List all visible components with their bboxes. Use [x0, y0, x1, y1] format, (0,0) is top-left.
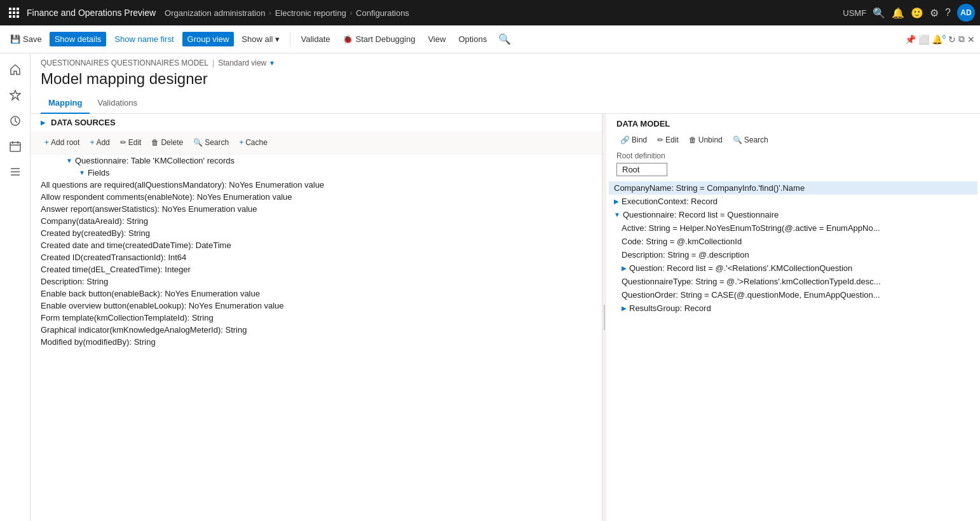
options-button[interactable]: Options	[453, 32, 492, 46]
edit-button[interactable]: ✏ Edit	[116, 136, 146, 149]
dm-tree-item-questionnaire[interactable]: ▼ Questionnaire: Record list = Questionn…	[609, 208, 977, 221]
dm-tree-item-question[interactable]: ▶ Question: Record list = @.'<Relations'…	[609, 261, 977, 275]
sidebar-icon-list[interactable]	[4, 160, 27, 183]
ds-expand-chevron[interactable]: ▶	[41, 119, 46, 126]
dm-tree-item-code[interactable]: Code: String = @.kmCollectionId	[609, 235, 977, 248]
dm-tree-item-active[interactable]: Active: String = Helper.NoYesEnumToStrin…	[609, 221, 977, 235]
user-avatar[interactable]: AD	[957, 4, 975, 22]
content-area: QUESTIONNAIRES QUESTIONNAIRES MODEL | St…	[31, 53, 980, 521]
expand-icon[interactable]: ⬜	[918, 34, 929, 45]
unbind-icon: 🗑	[689, 135, 697, 144]
smiley-icon[interactable]: 🙂	[911, 7, 923, 19]
breadcrumb-configurations[interactable]: Configurations	[356, 8, 409, 18]
page-breadcrumb: QUESTIONNAIRES QUESTIONNAIRES MODEL | St…	[31, 53, 980, 67]
top-nav-right: USMF 🔍 🔔 🙂 ⚙ ? AD	[843, 4, 975, 22]
tree-item-field-8[interactable]: Description: String	[41, 275, 592, 288]
tree-item-field-7[interactable]: Created time(dEL_CreatedTime): Integer	[41, 263, 592, 275]
tab-validations[interactable]: Validations	[90, 93, 145, 114]
dm-tree-item-questionorder[interactable]: QuestionOrder: String = CASE(@.questionM…	[609, 288, 977, 302]
tree-item-field-10[interactable]: Enable overview button(enableLookup): No…	[41, 300, 592, 312]
search-nav-icon[interactable]: 🔍	[873, 7, 885, 19]
add-icon: +	[90, 138, 94, 147]
sidebar-icon-star[interactable]	[4, 84, 27, 107]
left-pane: ▶ DATA SOURCES + Add root + Add ✏ E	[31, 114, 602, 521]
settings-icon[interactable]: ⚙	[930, 7, 939, 19]
svg-rect-11	[10, 142, 20, 151]
dm-edit-icon: ✏	[657, 135, 664, 144]
dm-toolbar: 🔗 Bind ✏ Edit 🗑 Unbind 🔍	[616, 134, 970, 151]
tree-item-field-13[interactable]: Modified by(modifiedBy): String	[41, 336, 592, 348]
pin-icon[interactable]: 📌	[905, 34, 916, 45]
tree-item-field-3[interactable]: Company(dataAreaId): String	[41, 215, 592, 227]
open-new-icon[interactable]: ⧉	[958, 34, 965, 45]
start-debugging-button[interactable]: 🐞 Start Debugging	[337, 32, 420, 46]
data-sources-header: ▶ DATA SOURCES	[31, 114, 602, 131]
question-chevron: ▶	[622, 265, 627, 272]
unbind-button[interactable]: 🗑 Unbind	[685, 134, 726, 146]
toolbar-search-icon[interactable]: 🔍	[494, 31, 515, 48]
dm-tree: CompanyName: String = CompanyInfo.'find(…	[606, 181, 980, 521]
validate-button[interactable]: Validate	[296, 32, 335, 46]
questionnaire-dm-chevron: ▼	[614, 211, 620, 218]
add-root-button[interactable]: + Add root	[41, 136, 83, 149]
dm-tree-item-description[interactable]: Description: String = @.description	[609, 248, 977, 261]
breadcrumb-chevron-icon[interactable]: ▾	[270, 59, 274, 67]
tree-item-field-4[interactable]: Created by(createdBy): String	[41, 227, 592, 239]
tab-mapping[interactable]: Mapping	[41, 93, 90, 114]
sidebar-icon-recent[interactable]	[4, 109, 27, 132]
tree-item-fields[interactable]: ▼ Fields	[41, 167, 592, 179]
breadcrumb-part2[interactable]: Standard view	[218, 59, 266, 67]
add-button[interactable]: + Add	[86, 136, 113, 149]
dm-tree-item-executioncontext[interactable]: ▶ ExecutionContext: Record	[609, 195, 977, 208]
add-root-icon: +	[44, 138, 49, 147]
toolbar-divider-1	[290, 32, 290, 47]
sidebar-icon-home[interactable]	[4, 59, 27, 81]
tree-item-field-11[interactable]: Form template(kmCollectionTemplateId): S…	[41, 312, 592, 324]
root-def-label: Root definition	[616, 151, 970, 160]
cache-button[interactable]: + Cache	[235, 136, 271, 149]
main-layout: QUESTIONNAIRES QUESTIONNAIRES MODEL | St…	[0, 53, 980, 521]
tree-item-field-2[interactable]: Answer report(answerStatistics): NoYes E…	[41, 203, 592, 215]
tree-item-field-0[interactable]: All questions are required(allQuestionsM…	[41, 179, 592, 191]
group-view-button[interactable]: Group view	[182, 32, 235, 46]
tree-item-field-9[interactable]: Enable back button(enableBack): NoYes En…	[41, 288, 592, 300]
questionnaire-chevron: ▼	[66, 157, 72, 164]
save-button[interactable]: 💾 Save	[5, 32, 47, 46]
breadcrumb-part1[interactable]: QUESTIONNAIRES QUESTIONNAIRES MODEL	[41, 59, 208, 67]
edit-icon: ✏	[120, 138, 126, 147]
close-icon[interactable]: ✕	[967, 34, 975, 45]
dm-tree-item-resultsgroup[interactable]: ▶ ResultsGroup: Record	[609, 302, 977, 315]
tree-item-field-5[interactable]: Created date and time(createdDateTime): …	[41, 239, 592, 251]
show-all-button[interactable]: Show all ▾	[236, 32, 285, 46]
dm-tree-item-companyname[interactable]: CompanyName: String = CompanyInfo.'find(…	[609, 181, 977, 195]
dm-edit-button[interactable]: ✏ Edit	[653, 134, 683, 146]
breadcrumb-electronic-reporting[interactable]: Electronic reporting	[275, 8, 346, 18]
breadcrumb-separator: |	[212, 59, 214, 67]
dm-tree-item-questionnairetype[interactable]: QuestionnaireType: String = @.'>Relation…	[609, 275, 977, 288]
show-details-button[interactable]: Show details	[50, 32, 107, 46]
notification-icon[interactable]: 🔔	[892, 7, 904, 19]
tree-item-field-12[interactable]: Graphical indicator(kmKnowledgeAnalogMet…	[41, 324, 592, 336]
help-icon[interactable]: ?	[945, 7, 951, 18]
show-name-first-button[interactable]: Show name first	[109, 31, 179, 47]
svg-rect-1	[13, 8, 15, 10]
breadcrumb-org-admin[interactable]: Organization administration	[165, 8, 265, 18]
svg-rect-5	[17, 11, 19, 14]
search-dm-button[interactable]: 🔍 Search	[729, 134, 772, 146]
svg-rect-8	[17, 15, 19, 18]
dm-header: DATA MODEL 🔗 Bind ✏ Edit 🗑 Unbind	[606, 114, 980, 181]
svg-rect-6	[9, 15, 11, 18]
delete-button[interactable]: 🗑 Delete	[147, 136, 187, 149]
search-ds-button[interactable]: 🔍 Search	[189, 136, 233, 149]
drag-handle[interactable]	[602, 114, 606, 521]
badge-icon[interactable]: 🔔0	[932, 34, 946, 45]
tree-item-field-1[interactable]: Allow respondent comments(enableNote): N…	[41, 191, 592, 203]
delete-icon: 🗑	[151, 138, 159, 147]
app-grid-icon[interactable]	[5, 4, 23, 22]
tree-item-field-6[interactable]: Created ID(createdTransactionId): Int64	[41, 251, 592, 263]
view-button[interactable]: View	[423, 32, 451, 46]
bind-button[interactable]: 🔗 Bind	[616, 134, 651, 146]
refresh-icon[interactable]: ↻	[948, 34, 956, 45]
tree-item-questionnaire[interactable]: ▼ Questionnaire: Table 'KMCollection' re…	[41, 155, 592, 167]
sidebar-icon-calendar[interactable]	[4, 135, 27, 158]
